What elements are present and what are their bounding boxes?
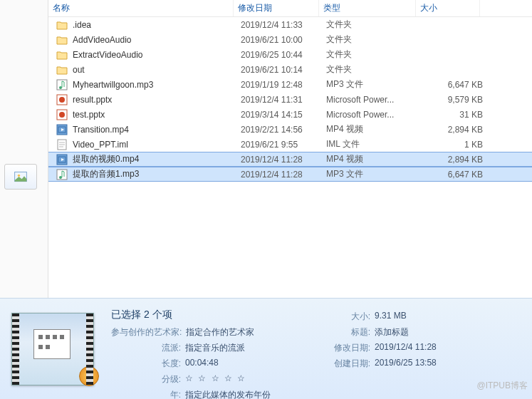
pptx-icon [56,109,68,120]
file-size: 6,647 KB [423,80,483,90]
meta-value[interactable]: 2019/12/4 11:28 [375,342,437,354]
file-date: 2019/12/4 11:28 [241,170,326,180]
meta-label: 标题: [301,326,375,338]
file-type: MP4 视频 [326,153,423,165]
file-type: 文件夹 [326,19,423,31]
folder-icon [56,50,68,60]
folder-icon [56,20,68,30]
file-row[interactable]: 提取的视频0.mp42019/12/4 11:28MP4 视频2,894 KB [48,152,532,167]
file-list: 名称 修改日期 类型 大小 .idea2019/12/4 11:33文件夹Add… [48,0,532,298]
file-date: 2019/6/21 9:55 [241,140,326,150]
video-thumbnail [11,313,94,385]
file-type: Microsoft Power... [326,95,423,105]
meta-row: 创建日期:2019/6/25 13:58 [301,358,437,370]
meta-value[interactable]: 00:04:48 [185,358,219,370]
file-row[interactable]: result.pptx2019/12/4 11:31Microsoft Powe… [48,92,532,107]
meta-label: 大小: [301,311,375,323]
file-row[interactable]: AddVideoAudio2019/6/21 10:00文件夹 [48,32,532,47]
meta-value[interactable]: 指定此媒体的发布年份 [185,389,271,399]
file-type: Microsoft Power... [326,110,423,120]
folder-icon [56,65,68,75]
header-name[interactable]: 名称 [48,0,234,16]
meta-label: 长度: [111,358,185,370]
play-icon [79,366,99,386]
meta-value[interactable]: ☆ ☆ ☆ ☆ ☆ [185,373,246,385]
file-row[interactable]: test.pptx2019/3/14 14:15Microsoft Power.… [48,107,532,122]
meta-row: 流派:指定音乐的流派 [111,342,271,354]
mp4-icon [56,154,68,165]
preview-thumbnail [0,299,105,399]
mp3-icon [56,79,68,90]
meta-row: 大小:9.31 MB [301,311,437,323]
file-type: 文件夹 [326,48,423,61]
file-name: Myheartwillgoon.mp3 [73,80,241,90]
header-date[interactable]: 修改日期 [234,0,319,16]
file-row[interactable]: .idea2019/12/4 11:33文件夹 [48,17,532,32]
svg-point-3 [59,86,62,89]
meta-row: 长度:00:04:48 [111,358,271,370]
file-type: MP4 视频 [326,123,423,135]
meta-row: 分级:☆ ☆ ☆ ☆ ☆ [111,373,271,385]
file-size: 6,647 KB [423,170,483,180]
file-date: 2019/12/4 11:33 [241,20,326,30]
header-type[interactable]: 类型 [319,0,416,16]
file-type: MP3 文件 [326,168,423,180]
pptx-icon [56,94,68,105]
file-date: 2019/6/25 10:44 [241,50,326,60]
sidebar-pictures-button[interactable] [4,164,37,190]
meta-label: 修改日期: [301,342,375,354]
meta-label: 分级: [111,373,185,385]
svg-point-1 [18,175,20,177]
file-date: 2019/1/19 12:48 [241,80,326,90]
meta-row: 年:指定此媒体的发布年份 [111,389,271,399]
file-type: IML 文件 [326,138,423,150]
svg-point-7 [59,112,65,118]
meta-label: 创建日期: [301,358,375,370]
svg-point-5 [59,97,65,103]
file-size: 1 KB [423,140,483,150]
file-row[interactable]: Video_PPT.iml2019/6/21 9:55IML 文件1 KB [48,137,532,152]
file-name: AddVideoAudio [73,35,241,45]
file-date: 2019/6/21 10:00 [241,35,326,45]
meta-row: 标题:添加标题 [301,326,437,338]
file-row[interactable]: 提取的音频1.mp32019/12/4 11:28MP3 文件6,647 KB [48,167,532,182]
file-size: 2,894 KB [423,155,483,165]
file-size: 2,894 KB [423,125,483,135]
file-date: 2019/3/14 14:15 [241,110,326,120]
file-date: 2019/12/4 11:31 [241,95,326,105]
folder-icon [56,35,68,45]
mp3-icon [56,169,68,180]
file-name: .idea [73,20,241,30]
file-name: 提取的音频1.mp3 [73,168,241,180]
header-size[interactable]: 大小 [416,0,480,16]
file-date: 2019/2/21 14:56 [241,125,326,135]
file-name: out [73,65,241,75]
svg-point-17 [59,176,62,179]
file-size: 31 KB [423,110,483,120]
file-row[interactable]: Transition.mp42019/2/21 14:56MP4 视频2,894… [48,122,532,137]
meta-value[interactable]: 9.31 MB [375,311,407,323]
meta-row: 参与创作的艺术家:指定合作的艺术家 [111,326,271,338]
details-pane: 已选择 2 个项 参与创作的艺术家:指定合作的艺术家流派:指定音乐的流派长度:0… [0,298,532,399]
meta-label: 年: [111,389,185,399]
file-type: 文件夹 [326,63,423,76]
watermark: @ITPUB博客 [476,380,528,392]
column-headers[interactable]: 名称 修改日期 类型 大小 [48,0,532,17]
meta-value[interactable]: 添加标题 [375,326,409,338]
file-row[interactable]: Myheartwillgoon.mp32019/1/19 12:48MP3 文件… [48,77,532,92]
meta-row: 修改日期:2019/12/4 11:28 [301,342,437,354]
file-name: 提取的视频0.mp4 [73,153,241,165]
file-type: 文件夹 [326,33,423,46]
meta-value[interactable]: 指定合作的艺术家 [186,326,254,338]
meta-label: 参与创作的艺术家: [111,326,186,338]
nav-sidebar [0,0,48,298]
file-size: 9,579 KB [423,95,483,105]
mp4-icon [56,124,68,135]
meta-label: 流派: [111,342,185,354]
file-row[interactable]: ExtractVideoAudio2019/6/25 10:44文件夹 [48,47,532,62]
file-name: result.pptx [73,95,241,105]
file-row[interactable]: out2019/6/21 10:14文件夹 [48,62,532,77]
file-date: 2019/12/4 11:28 [241,155,326,165]
meta-value[interactable]: 2019/6/25 13:58 [375,358,437,370]
meta-value[interactable]: 指定音乐的流派 [185,342,245,354]
